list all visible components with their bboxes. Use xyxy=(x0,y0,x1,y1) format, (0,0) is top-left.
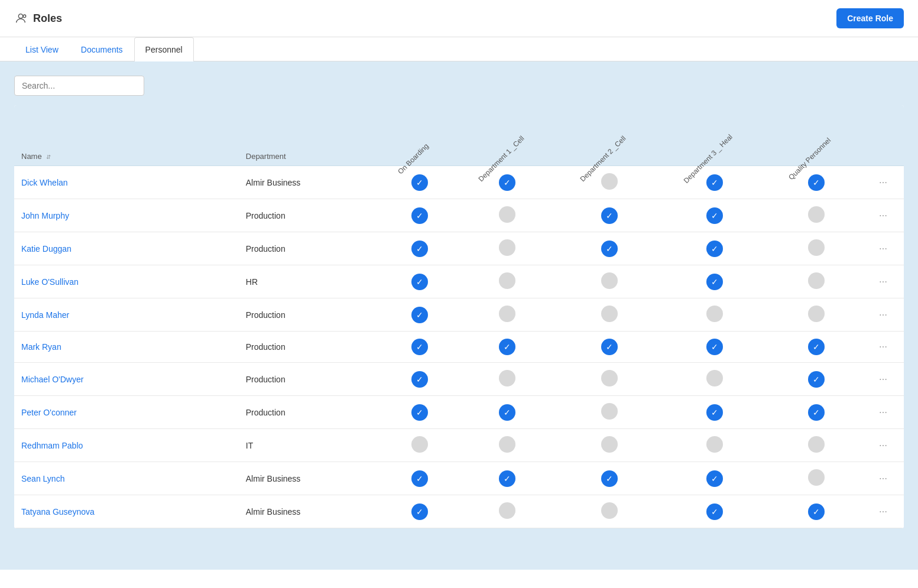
onboarding-check[interactable]: ✓ xyxy=(383,332,456,363)
dept1-check[interactable] xyxy=(456,232,559,265)
dept1-check[interactable]: ✓ xyxy=(456,396,559,429)
onboarding-check[interactable]: ✓ xyxy=(383,495,456,528)
roles-icon xyxy=(14,12,27,25)
dept3-check[interactable]: ✓ xyxy=(660,265,768,298)
sort-icon[interactable]: ⇵ xyxy=(46,154,51,160)
row-actions-menu[interactable]: ⋯ xyxy=(864,265,904,298)
search-input[interactable] xyxy=(14,76,144,96)
row-actions-menu[interactable]: ⋯ xyxy=(864,166,904,199)
quality-check[interactable]: ✓ xyxy=(768,332,864,363)
dept3-check[interactable]: ✓ xyxy=(660,199,768,232)
row-actions-menu[interactable]: ⋯ xyxy=(864,199,904,232)
dept1-check[interactable] xyxy=(456,298,559,332)
person-name[interactable]: John Murphy xyxy=(14,199,239,232)
tab-documents[interactable]: Documents xyxy=(70,37,134,61)
check-filled-icon: ✓ xyxy=(808,174,825,191)
person-name[interactable]: Tatyana Guseynova xyxy=(14,495,239,528)
row-actions-menu[interactable]: ⋯ xyxy=(864,332,904,363)
dept2-check[interactable]: ✓ xyxy=(559,332,661,363)
person-name[interactable]: Michael O'Dwyer xyxy=(14,363,239,396)
page-title: Roles xyxy=(33,12,62,25)
quality-check[interactable] xyxy=(768,232,864,265)
person-name[interactable]: Sean Lynch xyxy=(14,462,239,495)
person-name[interactable]: Dick Whelan xyxy=(14,166,239,199)
onboarding-check[interactable]: ✓ xyxy=(383,166,456,199)
person-name[interactable]: Katie Duggan xyxy=(14,232,239,265)
check-filled-icon: ✓ xyxy=(601,339,618,355)
person-name[interactable]: Mark Ryan xyxy=(14,332,239,363)
quality-check[interactable] xyxy=(768,199,864,232)
onboarding-check[interactable]: ✓ xyxy=(383,265,456,298)
dept2-check[interactable] xyxy=(559,429,661,462)
person-department: Production xyxy=(239,199,383,232)
onboarding-check[interactable]: ✓ xyxy=(383,298,456,332)
dept3-check[interactable]: ✓ xyxy=(660,166,768,199)
row-actions-menu[interactable]: ⋯ xyxy=(864,495,904,528)
row-actions-menu[interactable]: ⋯ xyxy=(864,298,904,332)
dept3-check[interactable]: ✓ xyxy=(660,462,768,495)
personnel-table: Name ⇵ Department On Boarding Department… xyxy=(14,105,904,528)
dept3-check[interactable]: ✓ xyxy=(660,396,768,429)
dept1-check[interactable] xyxy=(456,265,559,298)
row-actions-menu[interactable]: ⋯ xyxy=(864,396,904,429)
check-empty-icon xyxy=(499,436,515,453)
quality-check[interactable] xyxy=(768,429,864,462)
dept1-check[interactable] xyxy=(456,495,559,528)
dept3-check[interactable] xyxy=(660,363,768,396)
tab-list-view[interactable]: List View xyxy=(14,37,70,61)
row-actions-menu[interactable]: ⋯ xyxy=(864,363,904,396)
quality-check[interactable]: ✓ xyxy=(768,363,864,396)
row-actions-menu[interactable]: ⋯ xyxy=(864,232,904,265)
dept2-check[interactable] xyxy=(559,363,661,396)
dept3-check[interactable]: ✓ xyxy=(660,332,768,363)
onboarding-check[interactable]: ✓ xyxy=(383,462,456,495)
check-empty-icon xyxy=(808,436,825,453)
dept1-check[interactable] xyxy=(456,199,559,232)
row-actions-menu[interactable]: ⋯ xyxy=(864,462,904,495)
person-name[interactable]: Peter O'conner xyxy=(14,396,239,429)
onboarding-check[interactable]: ✓ xyxy=(383,363,456,396)
dept3-check[interactable]: ✓ xyxy=(660,495,768,528)
dept1-check[interactable] xyxy=(456,429,559,462)
dept2-check[interactable]: ✓ xyxy=(559,462,661,495)
check-empty-icon xyxy=(706,306,723,322)
create-role-button[interactable]: Create Role xyxy=(836,8,904,28)
dept2-check[interactable] xyxy=(559,298,661,332)
check-filled-icon: ✓ xyxy=(499,404,515,421)
dept2-check[interactable]: ✓ xyxy=(559,232,661,265)
check-empty-icon xyxy=(499,370,515,386)
check-filled-icon: ✓ xyxy=(706,241,723,257)
dept2-check[interactable] xyxy=(559,265,661,298)
dept2-check[interactable] xyxy=(559,166,661,199)
quality-check[interactable] xyxy=(768,265,864,298)
onboarding-check[interactable]: ✓ xyxy=(383,396,456,429)
onboarding-check[interactable]: ✓ xyxy=(383,199,456,232)
dept1-check[interactable]: ✓ xyxy=(456,462,559,495)
quality-check[interactable]: ✓ xyxy=(768,495,864,528)
check-empty-icon xyxy=(808,306,825,322)
check-empty-icon xyxy=(808,272,825,289)
dept3-check[interactable] xyxy=(660,298,768,332)
quality-check[interactable] xyxy=(768,462,864,495)
dept1-check[interactable]: ✓ xyxy=(456,332,559,363)
person-name[interactable]: Lynda Maher xyxy=(14,298,239,332)
row-actions-menu[interactable]: ⋯ xyxy=(864,429,904,462)
onboarding-check[interactable]: ✓ xyxy=(383,232,456,265)
dept3-check[interactable]: ✓ xyxy=(660,232,768,265)
tab-personnel[interactable]: Personnel xyxy=(134,37,194,61)
quality-check[interactable]: ✓ xyxy=(768,166,864,199)
person-name[interactable]: Redhmam Pablo xyxy=(14,429,239,462)
check-filled-icon: ✓ xyxy=(601,470,618,487)
dept1-check[interactable] xyxy=(456,363,559,396)
quality-check[interactable]: ✓ xyxy=(768,396,864,429)
person-name[interactable]: Luke O'Sullivan xyxy=(14,265,239,298)
check-filled-icon: ✓ xyxy=(706,503,723,520)
onboarding-check[interactable] xyxy=(383,429,456,462)
dept2-check[interactable]: ✓ xyxy=(559,199,661,232)
dept2-check[interactable] xyxy=(559,495,661,528)
dept1-check[interactable]: ✓ xyxy=(456,166,559,199)
name-column-header: Name ⇵ xyxy=(14,105,239,166)
dept3-check[interactable] xyxy=(660,429,768,462)
quality-check[interactable] xyxy=(768,298,864,332)
dept2-check[interactable] xyxy=(559,396,661,429)
